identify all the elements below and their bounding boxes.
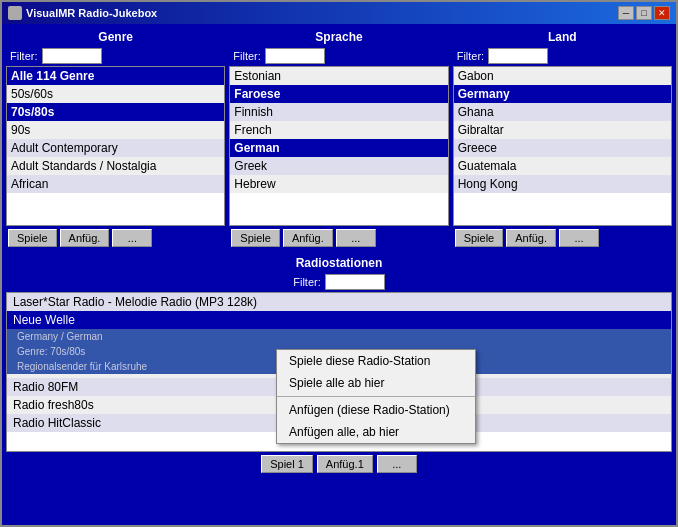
genre-list[interactable]: Alle 114 Genre 50s/60s 70s/80s 90s Adult… bbox=[6, 66, 225, 226]
genre-add-button[interactable]: Anfüg. bbox=[60, 229, 110, 247]
app-icon bbox=[8, 6, 22, 20]
radio-more-button[interactable]: ... bbox=[377, 455, 417, 473]
radio-filter-label: Filter: bbox=[293, 276, 321, 288]
minimize-button[interactable]: ─ bbox=[618, 6, 634, 20]
list-item[interactable]: Adult Contemporary bbox=[7, 139, 224, 157]
genre-button-row: Spiele Anfüg. ... bbox=[6, 226, 225, 250]
list-item[interactable]: Germany bbox=[454, 85, 671, 103]
genre-filter-label: Filter: bbox=[10, 50, 38, 62]
country-filter-label: Filter: bbox=[457, 50, 485, 62]
genre-filter-row: Filter: bbox=[6, 46, 225, 66]
genre-play-button[interactable]: Spiele bbox=[8, 229, 57, 247]
list-item[interactable]: Greece bbox=[454, 139, 671, 157]
context-item-add-this[interactable]: Anfügen (diese Radio-Station) bbox=[277, 399, 475, 421]
list-item[interactable]: 70s/80s bbox=[7, 103, 224, 121]
language-list[interactable]: Estonian Faroese Finnish French German G… bbox=[229, 66, 448, 226]
list-item[interactable]: Gabon bbox=[454, 67, 671, 85]
radio-list-item[interactable]: Laser*Star Radio - Melodie Radio (MP3 12… bbox=[7, 293, 671, 311]
radio-filter-row: Filter: bbox=[6, 272, 672, 292]
context-menu: Spiele diese Radio-Station Spiele alle a… bbox=[276, 349, 476, 444]
language-button-row: Spiele Anfüg. ... bbox=[229, 226, 448, 250]
list-item[interactable]: African bbox=[7, 175, 224, 193]
top-panels: Genre Filter: Alle 114 Genre 50s/60s 70s… bbox=[6, 28, 672, 250]
main-window: VisualMR Radio-Jukebox ─ □ ✕ Genre Filte… bbox=[0, 0, 678, 527]
list-item[interactable]: Alle 114 Genre bbox=[7, 67, 224, 85]
country-panel: Land Filter: Gabon Germany Ghana Gibralt… bbox=[453, 28, 672, 250]
language-panel: Sprache Filter: Estonian Faroese Finnish… bbox=[229, 28, 448, 250]
language-add-button[interactable]: Anfüg. bbox=[283, 229, 333, 247]
window-title: VisualMR Radio-Jukebox bbox=[26, 7, 157, 19]
title-bar: VisualMR Radio-Jukebox ─ □ ✕ bbox=[2, 2, 676, 24]
context-item-play-all[interactable]: Spiele alle ab hier bbox=[277, 372, 475, 394]
list-item[interactable]: German bbox=[230, 139, 447, 157]
radio-panel: Radiostationen Filter: Laser*Star Radio … bbox=[6, 254, 672, 521]
language-filter-label: Filter: bbox=[233, 50, 261, 62]
language-more-button[interactable]: ... bbox=[336, 229, 376, 247]
country-play-button[interactable]: Spiele bbox=[455, 229, 504, 247]
country-header: Land bbox=[453, 28, 672, 46]
list-item[interactable]: 50s/60s bbox=[7, 85, 224, 103]
list-item[interactable]: Hong Kong bbox=[454, 175, 671, 193]
list-item[interactable]: Hebrew bbox=[230, 175, 447, 193]
list-item[interactable]: Greek bbox=[230, 157, 447, 175]
genre-filter-input[interactable] bbox=[42, 48, 102, 64]
context-item-add-all[interactable]: Anfügen alle, ab hier bbox=[277, 421, 475, 443]
country-filter-row: Filter: bbox=[453, 46, 672, 66]
list-item[interactable]: Adult Standards / Nostalgia bbox=[7, 157, 224, 175]
radio-button-row: Spiel 1 Anfüg.1 ... bbox=[6, 452, 672, 476]
close-button[interactable]: ✕ bbox=[654, 6, 670, 20]
maximize-button[interactable]: □ bbox=[636, 6, 652, 20]
language-filter-row: Filter: bbox=[229, 46, 448, 66]
language-filter-input[interactable] bbox=[265, 48, 325, 64]
genre-panel: Genre Filter: Alle 114 Genre 50s/60s 70s… bbox=[6, 28, 225, 250]
radio-filter-input[interactable] bbox=[325, 274, 385, 290]
main-content: Genre Filter: Alle 114 Genre 50s/60s 70s… bbox=[2, 24, 676, 525]
country-more-button[interactable]: ... bbox=[559, 229, 599, 247]
radio-add-button[interactable]: Anfüg.1 bbox=[317, 455, 373, 473]
country-add-button[interactable]: Anfüg. bbox=[506, 229, 556, 247]
radio-header: Radiostationen bbox=[6, 254, 672, 272]
genre-more-button[interactable]: ... bbox=[112, 229, 152, 247]
radio-play-button[interactable]: Spiel 1 bbox=[261, 455, 313, 473]
list-item[interactable]: Estonian bbox=[230, 67, 447, 85]
list-item[interactable]: Ghana bbox=[454, 103, 671, 121]
language-header: Sprache bbox=[229, 28, 448, 46]
context-separator bbox=[277, 396, 475, 397]
list-item[interactable]: French bbox=[230, 121, 447, 139]
language-play-button[interactable]: Spiele bbox=[231, 229, 280, 247]
context-item-play-this[interactable]: Spiele diese Radio-Station bbox=[277, 350, 475, 372]
list-item[interactable]: 90s bbox=[7, 121, 224, 139]
country-filter-input[interactable] bbox=[488, 48, 548, 64]
list-item[interactable]: Gibraltar bbox=[454, 121, 671, 139]
radio-list-item[interactable]: Neue Welle bbox=[7, 311, 671, 329]
list-item[interactable]: Finnish bbox=[230, 103, 447, 121]
list-item[interactable]: Guatemala bbox=[454, 157, 671, 175]
radio-list-item-sub: Germany / German bbox=[7, 329, 671, 344]
list-item[interactable]: Faroese bbox=[230, 85, 447, 103]
genre-header: Genre bbox=[6, 28, 225, 46]
country-button-row: Spiele Anfüg. ... bbox=[453, 226, 672, 250]
country-list[interactable]: Gabon Germany Ghana Gibraltar Greece Gua… bbox=[453, 66, 672, 226]
